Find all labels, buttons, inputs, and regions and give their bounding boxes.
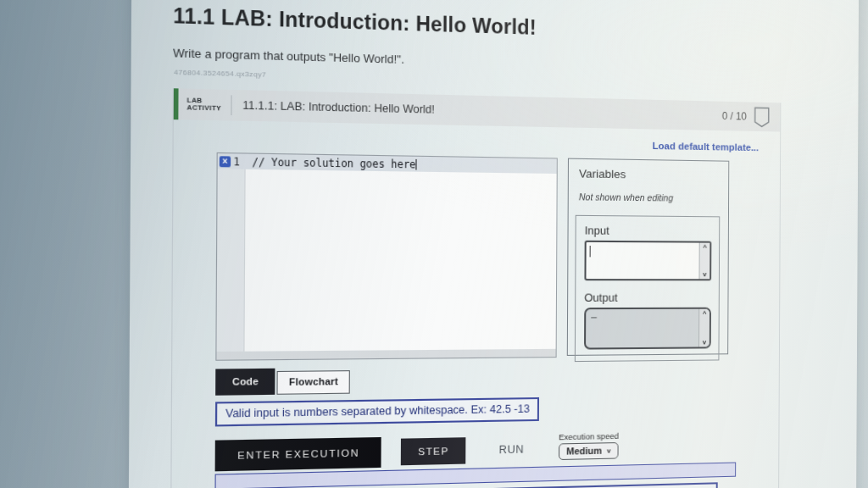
browser-page-scene: 11.1 LAB: Introduction: Hello World! Wri… [0, 0, 868, 488]
output-label: Output [584, 291, 711, 304]
load-default-template-link[interactable]: Load default template... [653, 141, 760, 152]
shield-icon [754, 105, 771, 129]
speed-select[interactable]: Medium v [559, 442, 619, 460]
execution-speed-group: Execution speed Medium v [559, 431, 619, 460]
editor-text-cursor [415, 158, 416, 169]
editor-horizontal-scrollbar[interactable] [216, 349, 555, 360]
tab-flowchart[interactable]: Flowchart [277, 370, 350, 395]
photographed-screen: 11.1 LAB: Introduction: Hello World! Wri… [0, 0, 868, 488]
input-text-cursor [590, 246, 591, 257]
view-tabs: Code Flowchart [215, 363, 779, 396]
line-number: 1 [233, 155, 243, 168]
divider [231, 95, 231, 115]
tab-code[interactable]: Code [215, 369, 275, 396]
output-scrollbar[interactable]: ^ v [698, 309, 709, 347]
output-placeholder: – [591, 311, 597, 323]
execution-speed-label: Execution speed [559, 431, 619, 442]
editor-gutter [216, 169, 245, 352]
io-panel: Input ^ v Output – [575, 215, 720, 362]
step-button[interactable]: STEP [401, 437, 465, 465]
enter-execution-button[interactable]: ENTER EXECUTION [215, 437, 381, 471]
variables-title: Variables [579, 167, 721, 182]
input-textarea[interactable]: ^ v [584, 241, 711, 280]
breakpoint-x-icon[interactable]: × [220, 156, 231, 167]
scroll-up-icon[interactable]: ^ [703, 243, 707, 252]
page-title: 11.1 LAB: Introduction: Hello World! [173, 3, 859, 49]
score-label: 0 / 10 [722, 110, 747, 123]
scroll-down-icon[interactable]: v [703, 269, 706, 279]
variables-note: Not shown when editing [579, 191, 721, 203]
lab-activity-container: LAB ACTIVITY 11.1.1: LAB: Introduction: … [170, 88, 781, 488]
activity-title: 11.1.1: LAB: Introduction: Hello World! [242, 99, 435, 116]
page-background: 11.1 LAB: Introduction: Hello World! Wri… [129, 0, 860, 488]
lab-activity-badge: LAB ACTIVITY [178, 97, 231, 114]
input-label: Input [585, 224, 712, 237]
variables-panel: Variables Not shown when editing Input ^… [567, 158, 729, 356]
output-textarea: – ^ v [584, 308, 711, 350]
input-hint-message: Valid input is numbers separated by whit… [215, 397, 539, 427]
code-editor[interactable]: × 1 // Your solution goes here [215, 152, 558, 361]
editor-line-1[interactable]: × 1 // Your solution goes here [218, 153, 557, 174]
code-text: // Your solution goes here [252, 155, 415, 170]
chevron-down-icon: v [607, 446, 611, 454]
run-button[interactable]: RUN [493, 442, 529, 458]
editor-and-panels-row: × 1 // Your solution goes here Variables… [215, 152, 780, 361]
input-scrollbar[interactable]: ^ v [698, 243, 709, 280]
scroll-down-icon[interactable]: v [703, 337, 706, 347]
scroll-up-icon[interactable]: ^ [703, 309, 707, 319]
speed-value: Medium [566, 445, 602, 456]
